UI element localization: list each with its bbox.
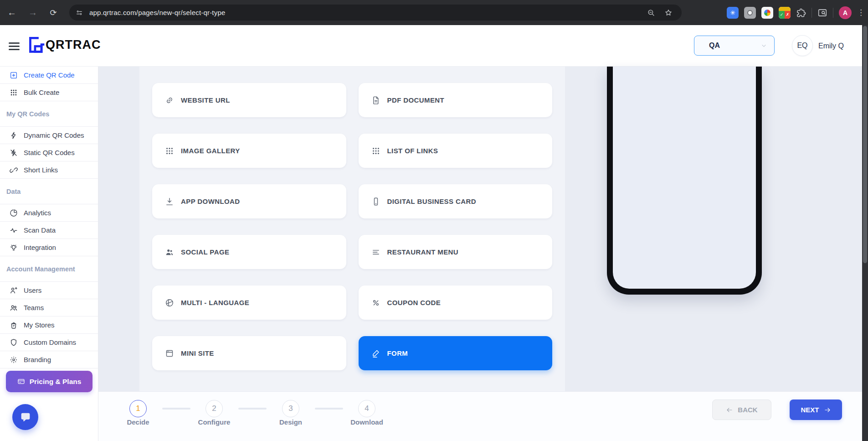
qr-type-label: LIST OF LINKS (387, 147, 438, 155)
browser-profile-avatar[interactable]: A (839, 6, 852, 19)
sidebar-item-label: Integration (24, 244, 56, 251)
extension-photos-icon[interactable] (761, 7, 773, 19)
qr-type-image-gallery[interactable]: IMAGE GALLERY (152, 134, 346, 168)
chevron-down-icon (761, 43, 767, 49)
qr-type-restaurant-menu[interactable]: RESTAURANT MENU (359, 235, 553, 269)
credit-card-icon (17, 378, 25, 385)
hamburger-menu-icon[interactable] (9, 42, 20, 50)
pencil-icon (371, 349, 380, 358)
percent-icon (371, 298, 380, 307)
sidebar-item-analytics[interactable]: Analytics (0, 204, 98, 222)
qr-type-social-page[interactable]: SOCIAL PAGE (152, 235, 346, 269)
step-4-circle[interactable]: 4 (358, 400, 375, 417)
browser-forward-button[interactable]: → (24, 0, 42, 25)
sidebar-item-custom-domains[interactable]: Custom Domains (0, 334, 98, 351)
step-2-circle[interactable]: 2 (205, 400, 223, 417)
sidebar-item-my-stores[interactable]: My Stores (0, 316, 98, 334)
side-panel-search-icon[interactable] (817, 8, 827, 18)
sidebar-item-integration[interactable]: Integration (0, 239, 98, 256)
arrow-left-icon (726, 406, 733, 414)
sidebar-section-my-qr-codes: My QR Codes (0, 101, 98, 127)
bolt-icon (10, 131, 18, 140)
sidebar-item-create-qr-code[interactable]: Create QR Code (0, 67, 98, 84)
browser-reload-button[interactable]: ⟳ (44, 0, 62, 25)
workspace-select[interactable]: QA (694, 36, 775, 56)
qrtrac-logo-icon[interactable] (28, 36, 45, 55)
qr-type-label: COUPON CODE (387, 299, 441, 306)
qr-type-form-selected[interactable]: FORM (359, 336, 553, 370)
url-text[interactable]: app.qrtrac.com/pages/new-qr/select-qr-ty… (89, 9, 647, 16)
grid-dots-icon (10, 88, 18, 97)
qr-type-pdf-document[interactable]: PDF DOCUMENT (359, 83, 553, 117)
qr-type-multi-language[interactable]: MULTI - LANGUAGE (152, 285, 346, 320)
grid-dots-icon (371, 146, 380, 156)
phone-preview-mockup (607, 67, 762, 295)
brand-name: QRTRAC (46, 38, 101, 52)
sidebar-item-label: Analytics (24, 209, 51, 217)
qr-type-label: WEBSITE URL (181, 96, 230, 104)
sidebar: Create QR Code Bulk Create My QR Codes D… (0, 67, 98, 441)
qr-type-label: MINI SITE (181, 349, 214, 357)
storefront-icon (165, 349, 174, 358)
bookmark-star-icon[interactable] (664, 9, 673, 17)
step-1-circle[interactable]: 1 (129, 400, 147, 417)
qr-type-label: PDF DOCUMENT (387, 96, 445, 104)
sidebar-item-branding[interactable]: Branding (0, 351, 98, 368)
qr-type-website-url[interactable]: WEBSITE URL (152, 83, 346, 117)
qr-type-mini-site[interactable]: MINI SITE (152, 336, 346, 370)
sidebar-item-label: Bulk Create (24, 88, 59, 96)
file-icon (371, 96, 380, 105)
sidebar-item-short-links[interactable]: Short Links (0, 161, 98, 179)
pie-chart-icon (10, 209, 18, 217)
page-scrollbar[interactable] (862, 25, 868, 441)
sidebar-item-label: Custom Domains (24, 338, 76, 346)
pulse-icon (10, 226, 18, 234)
extension-camera-icon[interactable] (744, 7, 756, 19)
sidebar-item-users[interactable]: Users (0, 282, 98, 299)
sidebar-item-dynamic-qr-codes[interactable]: Dynamic QR Codes (0, 127, 98, 144)
sidebar-item-label: Teams (24, 304, 44, 311)
chat-widget-button[interactable] (12, 404, 38, 430)
user-name[interactable]: Emily Q (818, 25, 844, 67)
site-controls-icon[interactable] (76, 9, 83, 16)
step-4-label: Download (339, 418, 394, 426)
browser-back-button[interactable]: ← (3, 0, 21, 25)
sidebar-item-scan-data[interactable]: Scan Data (0, 222, 98, 239)
next-button[interactable]: NEXT (790, 399, 842, 420)
qr-type-digital-business-card[interactable]: DIGITAL BUSINESS CARD (359, 184, 553, 218)
grid-dots-icon (165, 146, 174, 156)
toolbar-divider (812, 8, 812, 18)
qr-type-coupon-code[interactable]: COUPON CODE (359, 285, 553, 320)
address-bar[interactable]: app.qrtrac.com/pages/new-qr/select-qr-ty… (69, 5, 682, 21)
sidebar-section-data: Data (0, 179, 98, 204)
qr-type-list: WEBSITE URL PDF DOCUMENT IMAGE GALLERY L… (139, 67, 565, 391)
sidebar-item-bulk-create[interactable]: Bulk Create (0, 84, 98, 101)
pricing-plans-button[interactable]: Pricing & Plans (6, 371, 92, 392)
sidebar-item-teams[interactable]: Teams (0, 299, 98, 316)
qr-type-label: FORM (387, 349, 408, 357)
plus-square-icon (10, 71, 18, 79)
bolt-slash-icon (10, 149, 18, 157)
extension-sheets-icon[interactable]: ✓✗ (779, 7, 791, 19)
user-avatar[interactable]: EQ (792, 35, 813, 56)
step-3-circle[interactable]: 3 (282, 400, 299, 417)
users-icon (10, 304, 18, 312)
qr-type-app-download[interactable]: APP DOWNLOAD (152, 184, 346, 218)
qr-type-label: MULTI - LANGUAGE (181, 299, 249, 306)
back-button[interactable]: BACK (712, 399, 771, 420)
zoom-icon[interactable] (647, 9, 655, 17)
qr-type-label: DIGITAL BUSINESS CARD (387, 197, 476, 205)
globe-icon (165, 298, 174, 307)
extension-snowflake-icon[interactable]: ✳ (727, 7, 739, 19)
scrollbar-thumb[interactable] (863, 26, 867, 263)
qr-type-label: RESTAURANT MENU (387, 248, 459, 256)
sidebar-item-static-qr-codes[interactable]: Static QR Codes (0, 144, 98, 161)
browser-menu-icon[interactable]: ⋮ (857, 8, 863, 17)
extensions-puzzle-icon[interactable] (796, 8, 806, 18)
link-icon (165, 96, 174, 105)
sidebar-section-account-management: Account Management (0, 256, 98, 282)
sidebar-item-label: Users (24, 286, 41, 294)
arrow-right-icon (824, 406, 831, 414)
browser-toolbar: ← → ⟳ app.qrtrac.com/pages/new-qr/select… (0, 0, 868, 25)
qr-type-list-of-links[interactable]: LIST OF LINKS (359, 134, 553, 168)
